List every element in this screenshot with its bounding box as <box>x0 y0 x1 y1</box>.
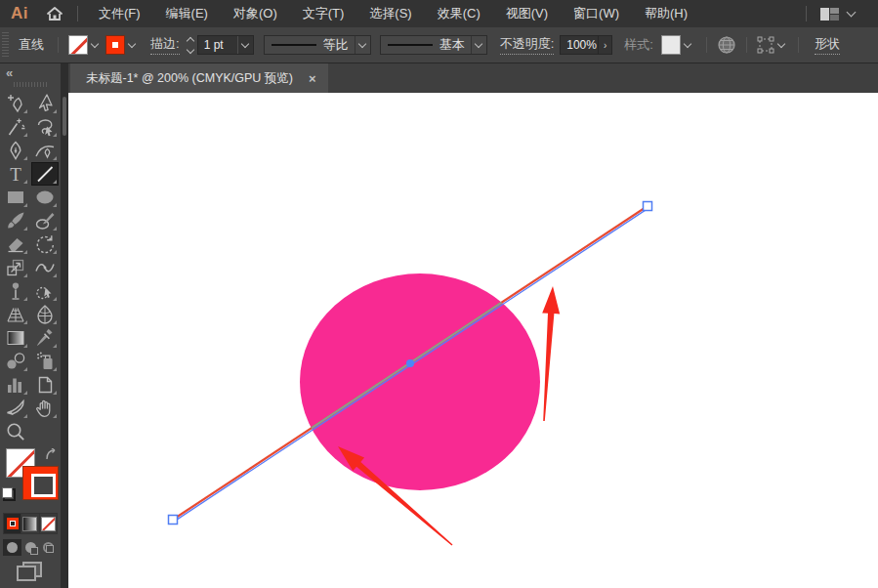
menu-item-view[interactable]: 视图(V) <box>493 0 561 27</box>
line-segment-tool[interactable] <box>32 163 58 185</box>
draw-behind-button[interactable] <box>21 539 40 556</box>
menu-item-window[interactable]: 窗口(W) <box>561 0 632 27</box>
style-swatch <box>661 35 681 55</box>
curvature-tool[interactable] <box>32 140 58 161</box>
chevron-down-icon <box>91 39 99 47</box>
draw-inside-button[interactable] <box>39 539 58 556</box>
chevron-down-icon <box>358 39 366 47</box>
stroke-weight-value: 1 pt <box>198 38 237 52</box>
stroke-weight-stepper[interactable] <box>188 38 193 53</box>
default-fill-stroke-icon[interactable] <box>2 487 16 501</box>
collapse-panel-icon[interactable]: « <box>6 65 13 80</box>
panel-drag-grip[interactable] <box>14 82 47 87</box>
variable-width-profile-dropdown[interactable]: 等比 <box>264 35 371 55</box>
eyedropper-tool[interactable] <box>32 327 58 349</box>
scrollbar-thumb[interactable] <box>63 97 66 136</box>
ellipse-tool[interactable] <box>32 187 58 208</box>
menu-item-file[interactable]: 文件(F) <box>86 0 153 27</box>
rectangle-tool[interactable] <box>3 187 28 208</box>
pink-circle[interactable] <box>300 273 540 490</box>
style-picker[interactable] <box>661 33 694 57</box>
close-tab-icon[interactable]: × <box>309 72 316 85</box>
direct-selection-tool[interactable] <box>32 93 58 114</box>
fill-color-picker[interactable] <box>68 33 102 57</box>
change-screen-mode-icon[interactable] <box>17 562 42 581</box>
menu-item-select[interactable]: 选择(S) <box>356 0 424 27</box>
none-button[interactable] <box>40 514 57 533</box>
artboard-canvas[interactable] <box>68 93 878 588</box>
stroke-red-swatch <box>105 35 125 55</box>
width-tool[interactable] <box>32 257 58 278</box>
eraser-tool[interactable] <box>3 233 28 255</box>
home-icon[interactable] <box>40 0 69 27</box>
paintbrush-tool[interactable] <box>3 210 28 231</box>
mesh-tool[interactable] <box>32 304 58 325</box>
chevron-down-icon <box>777 39 785 47</box>
svg-text:T: T <box>10 164 21 185</box>
magic-wand-tool[interactable] <box>3 116 28 138</box>
document-setup-globe-icon[interactable] <box>717 35 736 55</box>
document-tab[interactable]: 未标题-1* @ 200% (CMYK/GPU 预览) × <box>70 63 328 93</box>
artboard-tool[interactable] <box>32 374 58 396</box>
type-tool[interactable]: T <box>3 163 28 185</box>
menu-item-type[interactable]: 文字(T) <box>290 0 357 27</box>
hand-tool[interactable] <box>32 398 58 419</box>
selection-anchor[interactable] <box>644 202 652 211</box>
opacity-field[interactable]: 100% <box>560 35 599 55</box>
brush-definition-dropdown[interactable]: 基本 <box>380 35 487 55</box>
blend-tool[interactable] <box>3 351 28 372</box>
chevron-down-icon <box>128 39 136 47</box>
menu-item-edit[interactable]: 编辑(E) <box>153 0 221 27</box>
stroke-weight-field[interactable]: 1 pt <box>197 35 254 55</box>
tools-panel: « T <box>0 63 61 588</box>
stroke-panel-link[interactable]: 描边: <box>150 35 180 55</box>
chevron-down-icon <box>847 8 857 18</box>
drag-grip[interactable] <box>2 32 9 58</box>
menu-item-object[interactable]: 对象(O) <box>221 0 290 27</box>
selection-anchor[interactable] <box>169 516 178 525</box>
workspace-switcher[interactable] <box>815 0 864 27</box>
red-annotation-arrow <box>542 286 560 421</box>
stroke-color-picker[interactable] <box>105 33 139 57</box>
panel-gutter <box>61 63 68 588</box>
shaper-tool[interactable] <box>32 210 58 231</box>
draw-normal-button[interactable] <box>3 539 21 556</box>
brush-preview <box>388 44 433 46</box>
chevron-down-icon <box>475 39 482 47</box>
divider <box>746 37 747 53</box>
menu-item-effect[interactable]: 效果(C) <box>425 0 493 27</box>
chevron-down-icon <box>684 39 691 47</box>
stroke-swatch-red[interactable] <box>22 466 59 500</box>
bounding-box-options[interactable] <box>757 36 788 54</box>
scale-tool[interactable] <box>3 257 28 278</box>
artwork[interactable] <box>68 93 878 588</box>
swap-fill-stroke-icon[interactable] <box>45 448 58 464</box>
rotate-tool[interactable] <box>32 233 58 255</box>
column-graph-tool[interactable] <box>3 374 28 396</box>
gradient-tool[interactable] <box>3 327 28 349</box>
lasso-tool[interactable] <box>32 116 58 138</box>
gradient-button[interactable] <box>21 514 39 533</box>
divider <box>798 37 799 53</box>
add-anchor-pen-tool[interactable] <box>3 93 28 114</box>
menu-item-help[interactable]: 帮助(H) <box>632 0 700 27</box>
opacity-panel-link[interactable]: 不透明度: <box>500 35 555 55</box>
pen-tool[interactable] <box>3 140 28 161</box>
shape-builder-tool[interactable] <box>32 280 58 302</box>
slice-tool[interactable] <box>3 398 28 419</box>
color-button[interactable] <box>4 514 21 533</box>
chevron-down-icon <box>241 39 249 47</box>
line-midpoint-anchor[interactable] <box>406 359 414 367</box>
illustrator-logo: Ai <box>11 4 28 23</box>
divider <box>806 6 807 21</box>
divider <box>77 6 78 21</box>
divider <box>706 37 707 53</box>
opacity-expand-button[interactable]: › <box>598 35 612 55</box>
zoom-tool[interactable] <box>3 421 28 442</box>
shape-panel-link[interactable]: 形状 <box>815 35 840 55</box>
brush-name: 基本 <box>439 36 465 54</box>
perspective-grid-tool[interactable] <box>3 304 28 325</box>
symbol-sprayer-tool[interactable] <box>32 351 58 372</box>
puppet-warp-tool[interactable] <box>3 280 28 302</box>
fill-stroke-cluster <box>0 448 61 505</box>
